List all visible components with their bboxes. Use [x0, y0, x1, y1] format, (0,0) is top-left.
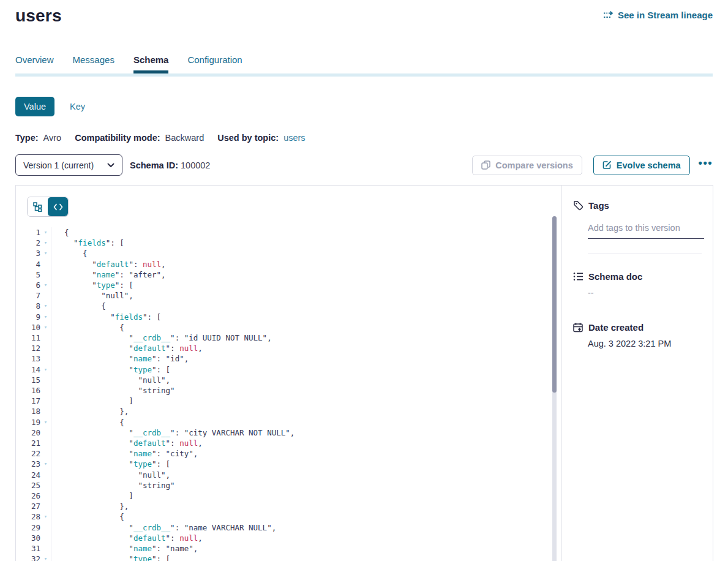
line-number: 21 [16, 438, 40, 448]
code-line: 4 "default": null, [16, 259, 551, 269]
line-number: 22 [16, 448, 40, 459]
code-line: 24 "null", [16, 470, 551, 480]
fold-gutter [40, 470, 51, 480]
fold-toggle-icon[interactable]: ▾ [40, 238, 51, 248]
fold-toggle-icon[interactable]: ▾ [40, 364, 51, 375]
date-created-heading-label: Date created [588, 322, 644, 333]
fold-toggle-icon[interactable]: ▾ [40, 301, 51, 311]
schema-doc-heading: Schema doc [573, 271, 704, 282]
fold-toggle-icon[interactable]: ▾ [40, 554, 51, 561]
schema-sidebar: Tags Schema doc -- [561, 186, 713, 561]
tab-rail [15, 73, 713, 77]
tab-schema[interactable]: Schema [133, 55, 169, 73]
date-created-heading: Date created [573, 322, 704, 333]
editor-scrollbar-track[interactable] [552, 216, 557, 561]
code-line: 25 "string" [16, 480, 551, 491]
line-number: 12 [16, 343, 40, 353]
code-line: 23▾ "type": [ [16, 459, 551, 469]
tree-view-button[interactable] [28, 197, 48, 216]
topic-link[interactable]: users [283, 133, 305, 143]
code-text: { [51, 248, 88, 258]
code-line: 2▾ "fields": [ [16, 238, 551, 248]
compare-versions-button[interactable]: Compare versions [472, 156, 582, 175]
code-text: "null", [51, 375, 170, 385]
schema-id-label: Schema ID: [130, 160, 178, 170]
calendar-plus-icon [573, 322, 584, 333]
tab-overview[interactable]: Overview [15, 55, 54, 73]
code-text: { [51, 227, 69, 238]
value-toggle-button[interactable]: Value [15, 97, 54, 116]
page-header: users See in Stream lineage [0, 0, 728, 26]
code-text: "string" [51, 385, 175, 396]
schema-panel: 1▾{2▾ "fields": [3▾ {4 "default": null,5… [15, 185, 713, 561]
line-number: 29 [16, 522, 40, 533]
code-line: 5 "name": "after", [16, 269, 551, 280]
line-number: 24 [16, 470, 40, 480]
code-text: "string" [51, 480, 175, 491]
line-number: 10 [16, 322, 40, 333]
line-number: 3 [16, 248, 40, 258]
code-view-button[interactable] [48, 197, 68, 216]
code-text: ] [51, 491, 133, 501]
key-toggle-button[interactable]: Key [70, 102, 85, 111]
code-line: 10▾ { [16, 322, 551, 333]
tab-configuration[interactable]: Configuration [187, 55, 242, 73]
code-text: "name": "id", [51, 353, 189, 364]
stream-lineage-link[interactable]: See in Stream lineage [603, 10, 713, 20]
fold-gutter [40, 385, 51, 396]
evolve-schema-label: Evolve schema [617, 160, 681, 170]
code-text: "name": "city", [51, 448, 198, 459]
more-actions-button[interactable]: ••• [699, 160, 713, 171]
code-line: 28▾ { [16, 511, 551, 522]
code-line: 29 "__crdb__": "name VARCHAR NULL", [16, 522, 551, 533]
code-line: 12 "default": null, [16, 343, 551, 353]
line-number: 32 [16, 554, 40, 561]
evolve-schema-button[interactable]: Evolve schema [593, 156, 690, 175]
view-toggle [27, 197, 69, 217]
fold-toggle-icon[interactable]: ▾ [40, 322, 51, 333]
tree-view-icon [33, 202, 43, 212]
code-text: { [51, 322, 124, 333]
line-number: 2 [16, 238, 40, 248]
add-tags-input[interactable] [588, 223, 704, 239]
type-value: Avro [43, 133, 62, 143]
code-text: "name": "after", [51, 269, 166, 280]
code-text: { [51, 301, 106, 311]
fold-toggle-icon[interactable]: ▾ [40, 459, 51, 469]
code-line: 27 }, [16, 501, 551, 511]
code-text: "__crdb__": "id UUID NOT NULL", [51, 333, 272, 343]
code-line: 31 "name": "name", [16, 543, 551, 554]
fold-toggle-icon[interactable]: ▾ [40, 248, 51, 258]
code-line: 1▾{ [16, 227, 551, 238]
line-number: 11 [16, 333, 40, 343]
fold-toggle-icon[interactable]: ▾ [40, 227, 51, 238]
code-text: { [51, 417, 124, 427]
code-line: 22 "name": "city", [16, 448, 551, 459]
editor-scrollbar-thumb[interactable] [552, 216, 557, 393]
tab-messages[interactable]: Messages [73, 55, 114, 73]
compatibility-value: Backward [165, 133, 205, 143]
fold-toggle-icon[interactable]: ▾ [40, 417, 51, 427]
fold-gutter [40, 290, 51, 301]
version-select[interactable]: Version 1 (current) [15, 154, 122, 176]
line-number: 7 [16, 290, 40, 301]
fold-toggle-icon[interactable]: ▾ [40, 511, 51, 522]
compatibility-label: Compatibility mode: [75, 133, 160, 143]
schema-id-value: 100002 [181, 160, 210, 170]
schema-doc-value: -- [588, 288, 704, 298]
code-line: 3▾ { [16, 248, 551, 258]
code-line: 19▾ { [16, 417, 551, 427]
code-line: 16 "string" [16, 385, 551, 396]
schema-code-editor[interactable]: 1▾{2▾ "fields": [3▾ {4 "default": null,5… [16, 227, 551, 561]
code-text: "type": [ [51, 554, 170, 561]
fold-toggle-icon[interactable]: ▾ [40, 280, 51, 290]
code-text: "type": [ [51, 459, 170, 469]
code-text: ] [51, 396, 133, 406]
line-number: 14 [16, 364, 40, 375]
code-text: { [51, 511, 124, 522]
date-created-value: Aug. 3 2022 3:21 PM [588, 339, 704, 348]
fold-toggle-icon[interactable]: ▾ [40, 312, 51, 322]
code-text: "__crdb__": "city VARCHAR NOT NULL", [51, 427, 295, 438]
line-number: 8 [16, 301, 40, 311]
code-text: "type": [ [51, 364, 170, 375]
